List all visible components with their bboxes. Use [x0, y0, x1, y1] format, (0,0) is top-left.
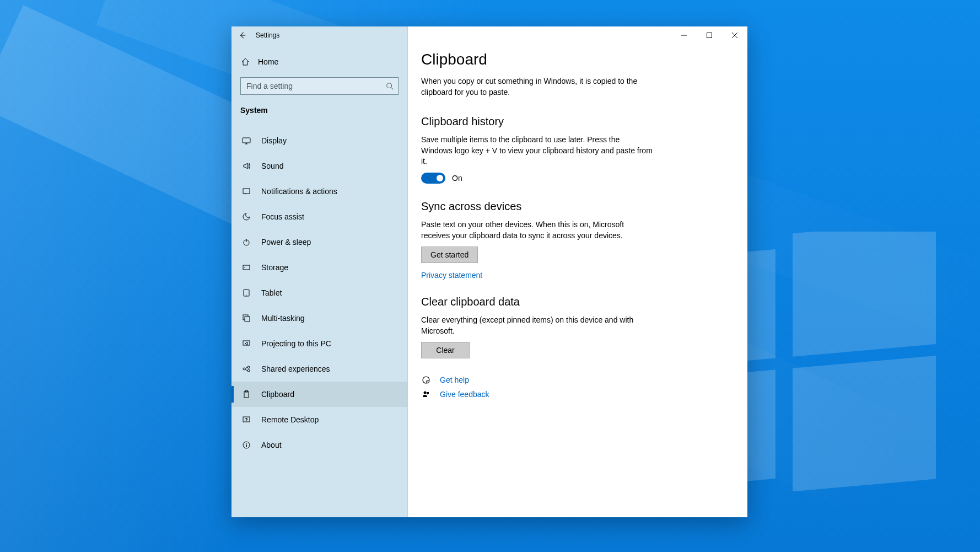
about-icon: [241, 440, 251, 450]
history-toggle[interactable]: [421, 173, 445, 184]
feedback-icon: [421, 389, 431, 399]
nav-item-label: Projecting to this PC: [261, 339, 331, 348]
nav-item-projecting[interactable]: Projecting to this PC: [231, 331, 407, 356]
nav-item-about[interactable]: About: [231, 432, 407, 458]
sound-icon: [241, 161, 251, 171]
give-feedback-link[interactable]: Give feedback: [440, 390, 489, 399]
svg-point-26: [424, 392, 427, 394]
nav-item-label: About: [261, 441, 282, 449]
nav-item-label: Focus assist: [261, 212, 304, 221]
back-button[interactable]: [231, 26, 254, 44]
storage-icon: [241, 262, 251, 272]
nav-item-label: Multi-tasking: [261, 314, 305, 323]
nav-item-label: Remote Desktop: [261, 415, 319, 424]
home-icon: [240, 57, 250, 67]
close-button[interactable]: [722, 26, 747, 44]
clear-button[interactable]: Clear: [421, 342, 470, 358]
nav-item-shared[interactable]: Shared experiences: [231, 356, 407, 382]
minimize-button[interactable]: [671, 26, 697, 44]
minimize-icon: [681, 33, 687, 38]
svg-point-10: [244, 267, 245, 268]
search-input[interactable]: [241, 82, 381, 90]
nav-item-label: Power & sleep: [261, 238, 311, 246]
history-desc: Save multiple items to the clipboard to …: [421, 135, 653, 167]
nav-item-focus[interactable]: Focus assist: [231, 204, 407, 229]
nav-item-clipboard[interactable]: Clipboard: [231, 382, 407, 407]
remote-icon: [241, 415, 251, 425]
svg-rect-1: [793, 232, 936, 357]
svg-rect-6: [243, 138, 250, 143]
tablet-icon: [241, 288, 251, 298]
svg-point-5: [387, 83, 392, 88]
nav-item-label: Display: [261, 136, 287, 145]
privacy-link[interactable]: Privacy statement: [421, 271, 482, 280]
nav-item-sound[interactable]: Sound: [231, 153, 407, 179]
settings-window: Settings Home: [231, 26, 747, 517]
nav-item-display[interactable]: Display: [231, 128, 407, 153]
svg-point-16: [247, 366, 250, 368]
get-started-button[interactable]: Get started: [421, 246, 478, 263]
nav-item-label: Notifications & actions: [261, 187, 337, 196]
clear-title: Clear clipboard data: [421, 296, 725, 308]
focus-icon: [241, 212, 251, 222]
window-title: Settings: [256, 31, 279, 39]
display-icon: [241, 136, 251, 146]
home-nav[interactable]: Home: [231, 51, 407, 73]
maximize-icon: [707, 33, 712, 38]
category-label: System: [231, 101, 407, 121]
projecting-icon: [241, 339, 251, 349]
sidebar: Home System DisplaySoundNotifications & …: [231, 26, 408, 517]
nav-item-label: Storage: [261, 263, 288, 272]
sync-desc: Paste text on your other devices. When t…: [421, 219, 653, 241]
page-title: Clipboard: [421, 51, 725, 68]
svg-rect-3: [793, 356, 936, 491]
search-input-wrap[interactable]: [240, 77, 399, 95]
multitasking-icon: [241, 313, 251, 323]
svg-rect-18: [244, 392, 249, 398]
nav-item-label: Clipboard: [261, 390, 294, 399]
nav-item-tablet[interactable]: Tablet: [231, 280, 407, 306]
content-pane: Clipboard When you copy or cut something…: [408, 26, 747, 517]
maximize-button[interactable]: [697, 26, 722, 44]
home-label: Home: [258, 57, 278, 66]
nav-item-multitasking[interactable]: Multi-tasking: [231, 306, 407, 331]
svg-rect-4: [707, 33, 712, 38]
power-icon: [241, 237, 251, 247]
svg-point-22: [246, 443, 247, 444]
svg-point-15: [243, 368, 245, 370]
notifications-icon: [241, 186, 251, 196]
clipboard-icon: [241, 389, 251, 399]
search-icon: [381, 82, 398, 90]
shared-icon: [241, 364, 251, 374]
titlebar: Settings: [231, 26, 747, 44]
clear-desc: Clear everything (except pinned items) o…: [421, 315, 653, 336]
nav-item-label: Sound: [261, 162, 283, 170]
svg-point-12: [246, 294, 246, 295]
nav-item-storage[interactable]: Storage: [231, 255, 407, 280]
svg-point-17: [247, 369, 250, 372]
nav-list: DisplaySoundNotifications & actionsFocus…: [231, 121, 407, 458]
nav-item-remote[interactable]: Remote Desktop: [231, 407, 407, 432]
get-help-link[interactable]: Get help: [440, 376, 469, 384]
history-toggle-state: On: [452, 174, 462, 183]
svg-rect-7: [243, 189, 250, 194]
history-title: Clipboard history: [421, 115, 725, 128]
nav-item-label: Tablet: [261, 288, 282, 297]
close-icon: [732, 33, 737, 38]
nav-item-notifications[interactable]: Notifications & actions: [231, 179, 407, 204]
nav-item-label: Shared experiences: [261, 365, 330, 373]
svg-rect-9: [243, 265, 250, 270]
sync-title: Sync across devices: [421, 200, 725, 213]
arrow-left-icon: [239, 31, 246, 39]
nav-item-power[interactable]: Power & sleep: [231, 229, 407, 255]
help-icon: ?: [421, 375, 431, 385]
page-intro: When you copy or cut something in Window…: [421, 76, 642, 98]
